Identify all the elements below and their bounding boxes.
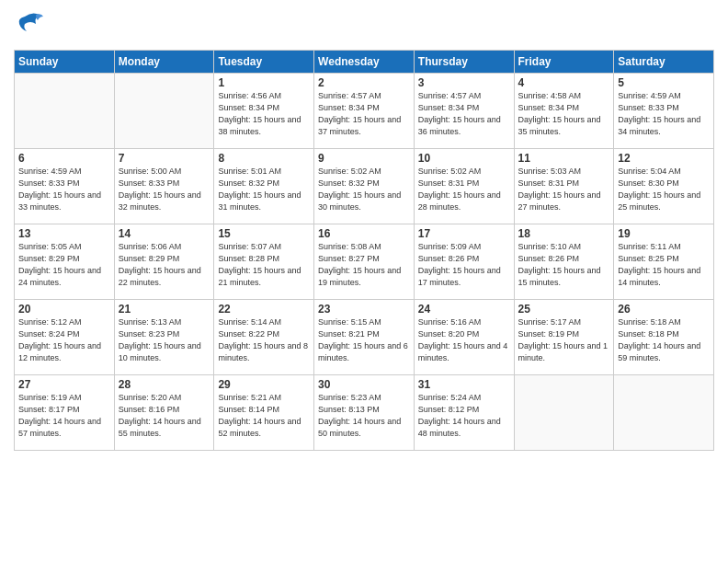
day-info: Sunrise: 5:02 AM Sunset: 8:32 PM Dayligh… [318,166,410,213]
day-info: Sunrise: 5:24 AM Sunset: 8:12 PM Dayligh… [418,392,510,440]
weekday-header-row: SundayMondayTuesdayWednesdayThursdayFrid… [15,51,714,74]
day-number: 29 [218,378,310,391]
calendar-cell: 7Sunrise: 5:00 AM Sunset: 8:33 PM Daylig… [114,149,214,224]
calendar-table: SundayMondayTuesdayWednesdayThursdayFrid… [14,50,714,451]
weekday-header-sunday: Sunday [15,51,115,74]
day-number: 6 [18,152,110,165]
week-row-3: 13Sunrise: 5:05 AM Sunset: 8:29 PM Dayli… [15,224,714,300]
day-info: Sunrise: 5:01 AM Sunset: 8:32 PM Dayligh… [218,166,310,213]
day-number: 3 [418,76,510,89]
header [14,9,714,42]
day-info: Sunrise: 5:12 AM Sunset: 8:24 PM Dayligh… [18,316,110,364]
day-number: 21 [119,303,210,316]
calendar-cell: 18Sunrise: 5:10 AM Sunset: 8:26 PM Dayli… [514,224,614,300]
day-number: 19 [618,227,710,240]
calendar-cell: 11Sunrise: 5:03 AM Sunset: 8:31 PM Dayli… [514,149,614,224]
week-row-4: 20Sunrise: 5:12 AM Sunset: 8:24 PM Dayli… [15,300,714,375]
day-number: 30 [318,378,410,391]
day-number: 15 [218,227,310,240]
calendar-cell: 28Sunrise: 5:20 AM Sunset: 8:16 PM Dayli… [114,375,214,451]
calendar-cell [514,375,614,451]
calendar-cell: 30Sunrise: 5:23 AM Sunset: 8:13 PM Dayli… [314,375,415,451]
calendar-cell [15,74,115,149]
calendar-cell: 2Sunrise: 4:57 AM Sunset: 8:34 PM Daylig… [314,74,415,149]
calendar-cell: 23Sunrise: 5:15 AM Sunset: 8:21 PM Dayli… [314,300,415,375]
day-number: 28 [119,378,210,391]
day-number: 16 [318,227,410,240]
calendar-cell: 29Sunrise: 5:21 AM Sunset: 8:14 PM Dayli… [214,375,314,451]
calendar-cell: 20Sunrise: 5:12 AM Sunset: 8:24 PM Dayli… [15,300,115,375]
week-row-2: 6Sunrise: 4:59 AM Sunset: 8:33 PM Daylig… [15,149,714,224]
day-info: Sunrise: 5:16 AM Sunset: 8:20 PM Dayligh… [418,316,510,364]
day-info: Sunrise: 5:13 AM Sunset: 8:23 PM Dayligh… [119,316,210,364]
calendar-cell: 4Sunrise: 4:58 AM Sunset: 8:34 PM Daylig… [514,74,614,149]
calendar-cell: 27Sunrise: 5:19 AM Sunset: 8:17 PM Dayli… [15,375,115,451]
day-info: Sunrise: 5:09 AM Sunset: 8:26 PM Dayligh… [418,241,510,289]
calendar-cell: 15Sunrise: 5:07 AM Sunset: 8:28 PM Dayli… [214,224,314,300]
day-info: Sunrise: 5:11 AM Sunset: 8:25 PM Dayligh… [618,241,710,289]
day-info: Sunrise: 4:57 AM Sunset: 8:34 PM Dayligh… [318,90,410,138]
day-info: Sunrise: 5:14 AM Sunset: 8:22 PM Dayligh… [218,316,310,364]
day-number: 10 [418,152,510,165]
day-number: 9 [318,152,410,165]
day-info: Sunrise: 5:00 AM Sunset: 8:33 PM Dayligh… [119,166,210,213]
calendar-cell: 14Sunrise: 5:06 AM Sunset: 8:29 PM Dayli… [114,224,214,300]
calendar-cell: 17Sunrise: 5:09 AM Sunset: 8:26 PM Dayli… [414,224,514,300]
weekday-header-monday: Monday [114,51,214,74]
day-number: 4 [518,76,610,89]
logo [14,9,43,42]
day-info: Sunrise: 4:59 AM Sunset: 8:33 PM Dayligh… [618,90,710,138]
day-info: Sunrise: 5:05 AM Sunset: 8:29 PM Dayligh… [18,241,110,289]
day-info: Sunrise: 4:58 AM Sunset: 8:34 PM Dayligh… [518,90,610,138]
calendar-cell: 26Sunrise: 5:18 AM Sunset: 8:18 PM Dayli… [614,300,714,375]
calendar-cell [114,74,214,149]
calendar-cell: 16Sunrise: 5:08 AM Sunset: 8:27 PM Dayli… [314,224,415,300]
calendar-cell: 6Sunrise: 4:59 AM Sunset: 8:33 PM Daylig… [15,149,115,224]
calendar-cell [614,375,714,451]
calendar-cell: 10Sunrise: 5:02 AM Sunset: 8:31 PM Dayli… [414,149,514,224]
day-number: 24 [418,303,510,316]
day-number: 26 [618,303,710,316]
day-number: 7 [119,152,210,165]
day-info: Sunrise: 5:04 AM Sunset: 8:30 PM Dayligh… [618,166,710,213]
calendar-cell: 22Sunrise: 5:14 AM Sunset: 8:22 PM Dayli… [214,300,314,375]
calendar-cell: 25Sunrise: 5:17 AM Sunset: 8:19 PM Dayli… [514,300,614,375]
day-info: Sunrise: 5:17 AM Sunset: 8:19 PM Dayligh… [518,316,610,364]
day-number: 17 [418,227,510,240]
day-number: 23 [318,303,410,316]
page-container: SundayMondayTuesdayWednesdayThursdayFrid… [0,0,728,563]
day-info: Sunrise: 5:15 AM Sunset: 8:21 PM Dayligh… [318,316,410,364]
day-number: 8 [218,152,310,165]
calendar-cell: 8Sunrise: 5:01 AM Sunset: 8:32 PM Daylig… [214,149,314,224]
day-info: Sunrise: 5:23 AM Sunset: 8:13 PM Dayligh… [318,392,410,440]
day-number: 12 [618,152,710,165]
calendar-cell: 5Sunrise: 4:59 AM Sunset: 8:33 PM Daylig… [614,74,714,149]
day-number: 25 [518,303,610,316]
day-info: Sunrise: 4:57 AM Sunset: 8:34 PM Dayligh… [418,90,510,138]
day-number: 27 [18,378,110,391]
day-info: Sunrise: 5:06 AM Sunset: 8:29 PM Dayligh… [119,241,210,289]
day-info: Sunrise: 5:03 AM Sunset: 8:31 PM Dayligh… [518,166,610,213]
day-info: Sunrise: 5:02 AM Sunset: 8:31 PM Dayligh… [418,166,510,213]
calendar-cell: 19Sunrise: 5:11 AM Sunset: 8:25 PM Dayli… [614,224,714,300]
week-row-5: 27Sunrise: 5:19 AM Sunset: 8:17 PM Dayli… [15,375,714,451]
calendar-cell: 24Sunrise: 5:16 AM Sunset: 8:20 PM Dayli… [414,300,514,375]
week-row-1: 1Sunrise: 4:56 AM Sunset: 8:34 PM Daylig… [15,74,714,149]
calendar-cell: 21Sunrise: 5:13 AM Sunset: 8:23 PM Dayli… [114,300,214,375]
weekday-header-thursday: Thursday [414,51,514,74]
calendar-cell: 9Sunrise: 5:02 AM Sunset: 8:32 PM Daylig… [314,149,415,224]
day-number: 31 [418,378,510,391]
weekday-header-wednesday: Wednesday [314,51,415,74]
day-info: Sunrise: 5:21 AM Sunset: 8:14 PM Dayligh… [218,392,310,440]
calendar-cell: 1Sunrise: 4:56 AM Sunset: 8:34 PM Daylig… [214,74,314,149]
day-number: 14 [119,227,210,240]
day-info: Sunrise: 5:07 AM Sunset: 8:28 PM Dayligh… [218,241,310,289]
calendar-cell: 12Sunrise: 5:04 AM Sunset: 8:30 PM Dayli… [614,149,714,224]
day-info: Sunrise: 5:18 AM Sunset: 8:18 PM Dayligh… [618,316,710,364]
day-number: 20 [18,303,110,316]
day-number: 11 [518,152,610,165]
day-info: Sunrise: 5:19 AM Sunset: 8:17 PM Dayligh… [18,392,110,440]
day-info: Sunrise: 5:20 AM Sunset: 8:16 PM Dayligh… [119,392,210,440]
weekday-header-friday: Friday [514,51,614,74]
day-number: 13 [18,227,110,240]
